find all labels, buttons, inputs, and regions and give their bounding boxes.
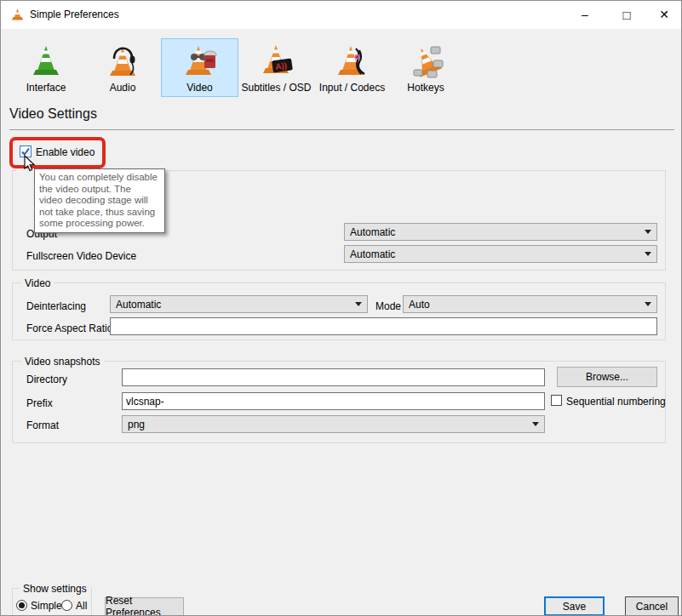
tab-video-label: Video	[186, 82, 212, 94]
hotkeys-cone-icon	[407, 42, 444, 79]
cancel-button-label: Cancel	[636, 601, 668, 613]
enable-video-checkbox[interactable]	[20, 145, 32, 157]
sequential-numbering-checkbox[interactable]	[551, 395, 562, 406]
reset-preferences-button[interactable]: Reset Preferences	[105, 597, 184, 616]
directory-input[interactable]	[122, 368, 545, 386]
output-dropdown-value: Automatic	[350, 226, 395, 238]
deinterlacing-dropdown-value: Automatic	[116, 299, 161, 311]
format-dropdown-value: png	[128, 419, 145, 431]
svg-text:A)): A))	[274, 60, 287, 71]
radio-all[interactable]	[61, 600, 72, 611]
prefix-input[interactable]	[122, 392, 545, 410]
browse-button-label: Browse...	[586, 371, 628, 383]
video-cone-icon	[181, 42, 219, 79]
radio-simple-label: Simple	[31, 600, 62, 612]
mode-dropdown-value: Auto	[409, 299, 430, 311]
save-button[interactable]: Save	[544, 596, 605, 616]
interface-cone-icon	[27, 42, 65, 79]
mode-dropdown[interactable]: Auto	[403, 295, 657, 313]
close-icon: ✕	[659, 9, 669, 20]
format-dropdown[interactable]: png	[122, 415, 545, 433]
mode-label: Mode	[375, 300, 401, 312]
maximize-button[interactable]: □	[612, 1, 641, 28]
tab-subtitles[interactable]: A)) Subtitles / OSD	[238, 38, 314, 97]
chevron-down-icon	[645, 252, 651, 256]
deinterlacing-label: Deinterlacing	[26, 300, 86, 312]
reset-preferences-label: Reset Preferences	[106, 595, 183, 616]
save-button-label: Save	[563, 601, 586, 613]
tooltip-line: video decoding stage will	[39, 195, 161, 207]
cancel-button[interactable]: Cancel	[625, 596, 679, 616]
fullscreen-device-dropdown[interactable]: Automatic	[344, 245, 657, 263]
chevron-down-icon	[645, 230, 651, 234]
tab-subtitles-label: Subtitles / OSD	[241, 82, 311, 94]
vlc-app-icon	[10, 8, 25, 22]
output-dropdown[interactable]: Automatic	[344, 223, 657, 241]
fullscreen-device-label: Fullscreen Video Device	[26, 250, 136, 262]
tab-input-codecs[interactable]: Input / Codecs	[314, 38, 390, 97]
directory-label: Directory	[26, 374, 67, 385]
tab-hotkeys[interactable]: Hotkeys	[390, 38, 461, 97]
browse-button[interactable]: Browse...	[557, 367, 657, 387]
audio-cone-icon	[104, 42, 141, 79]
chevron-down-icon	[355, 302, 362, 306]
force-aspect-ratio-label: Force Aspect Ratio	[26, 322, 112, 334]
tab-audio-label: Audio	[110, 82, 136, 94]
radio-all-label: All	[76, 600, 87, 612]
format-label: Format	[26, 419, 59, 431]
enable-video-label: Enable video	[36, 146, 95, 158]
prefix-label: Prefix	[26, 397, 53, 409]
minimize-icon: –	[582, 9, 588, 20]
tab-hotkeys-label: Hotkeys	[407, 82, 444, 94]
video-groupbox-title: Video	[21, 277, 54, 289]
sequential-numbering-label: Sequential numbering	[566, 396, 666, 408]
chevron-down-icon	[645, 302, 651, 306]
minimize-button[interactable]: –	[570, 1, 599, 28]
tab-interface[interactable]: Interface	[8, 38, 84, 97]
tooltip-line: the video output. The	[39, 184, 161, 196]
close-button[interactable]: ✕	[650, 1, 679, 28]
simple-preferences-window: Simple Preferences – □ ✕ Interface Audio	[0, 0, 682, 616]
tab-audio[interactable]: Audio	[84, 38, 161, 97]
heading-divider	[9, 129, 674, 130]
window-title: Simple Preferences	[30, 9, 119, 20]
tab-interface-label: Interface	[26, 82, 66, 94]
subtitles-cone-icon: A))	[258, 42, 295, 79]
tab-input-codecs-label: Input / Codecs	[319, 82, 385, 94]
tooltip-line: not take place, thus saving	[39, 207, 161, 219]
checkmark-icon	[20, 146, 31, 157]
page-title: Video Settings	[9, 106, 97, 122]
maximize-icon: □	[622, 9, 630, 21]
input-codecs-cone-icon	[334, 42, 371, 79]
chevron-down-icon	[532, 422, 539, 426]
tab-video[interactable]: Video	[161, 38, 238, 97]
radio-simple[interactable]	[16, 600, 27, 611]
tooltip-line: some processing power.	[39, 218, 161, 230]
enable-video-tooltip: You can completely disable the video out…	[34, 168, 165, 233]
deinterlacing-dropdown[interactable]: Automatic	[110, 295, 368, 313]
tooltip-line: You can completely disable	[39, 172, 161, 184]
video-snapshots-groupbox-title: Video snapshots	[21, 356, 104, 368]
show-settings-title: Show settings	[20, 583, 90, 595]
fullscreen-device-dropdown-value: Automatic	[350, 248, 395, 260]
force-aspect-ratio-input[interactable]	[110, 317, 657, 335]
